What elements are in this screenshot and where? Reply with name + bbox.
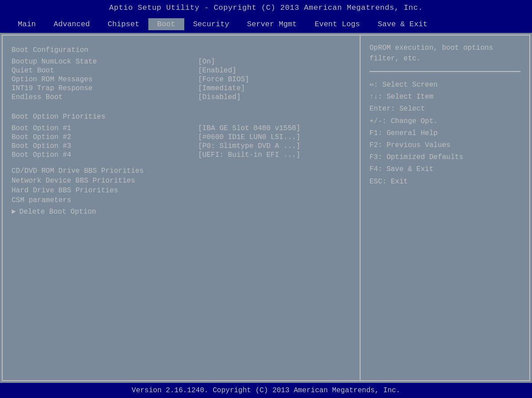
value-boot-option-1[interactable]: [IBA GE Slot 0400 v1550] — [198, 124, 300, 132]
menu-item-server-mgmt[interactable]: Server Mgmt — [238, 18, 306, 30]
footer-text: Version 2.16.1240. Copyright (C) 2013 Am… — [132, 386, 401, 394]
label-int19: INT19 Trap Response — [12, 84, 198, 92]
label-boot-option-3: Boot Option #3 — [12, 142, 198, 150]
label-quiet-boot: Quiet Boot — [12, 67, 198, 75]
help-text: OpROM execution, boot options filter, et… — [369, 43, 520, 64]
menu-item-main[interactable]: Main — [9, 18, 45, 30]
link-csm-params[interactable]: CSM parameters — [12, 196, 351, 204]
label-boot-option-2: Boot Option #2 — [12, 133, 198, 141]
row-boot-option-3: Boot Option #3 [P0: Slimtype DVD A ...] — [12, 142, 351, 150]
right-panel: OpROM execution, boot options filter, et… — [361, 36, 529, 380]
value-endless-boot[interactable]: [Disabled] — [198, 93, 241, 101]
label-endless-boot: Endless Boot — [12, 93, 198, 101]
link-hdd-bbs[interactable]: Hard Drive BBS Priorities — [12, 187, 351, 195]
key-f4-save: F4: Save & Exit — [369, 163, 520, 175]
footer-bar: Version 2.16.1240. Copyright (C) 2013 Am… — [0, 383, 532, 398]
delete-boot-option-row[interactable]: ► Delete Boot Option — [12, 208, 351, 216]
menu-item-save-exit[interactable]: Save & Exit — [369, 18, 437, 30]
delete-boot-option-label: Delete Boot Option — [20, 208, 96, 216]
row-quiet-boot: Quiet Boot [Enabled] — [12, 67, 351, 75]
value-boot-option-4[interactable]: [UEFI: Built-in EFI ...] — [198, 151, 300, 159]
key-bindings: ⇔: Select Screen ↑↓: Select Item Enter: … — [369, 79, 520, 188]
value-boot-option-3[interactable]: [P0: Slimtype DVD A ...] — [198, 142, 300, 150]
arrow-icon: ► — [12, 208, 16, 216]
row-numlock: Bootup NumLock State [On] — [12, 58, 351, 66]
key-enter-select: Enter: Select — [369, 103, 520, 115]
key-select-item: ↑↓: Select Item — [369, 91, 520, 103]
link-network-bbs[interactable]: Network Device BBS Priorities — [12, 177, 351, 185]
label-numlock: Bootup NumLock State — [12, 58, 198, 66]
link-cdvd-bbs[interactable]: CD/DVD ROM Drive BBS Priorities — [12, 167, 351, 175]
value-boot-option-2[interactable]: [#0600 ID1E LUN0 LSI...] — [198, 133, 300, 141]
value-quiet-boot[interactable]: [Enabled] — [198, 67, 236, 75]
value-option-rom[interactable]: [Force BIOS] — [198, 76, 249, 84]
menu-item-security[interactable]: Security — [184, 18, 238, 30]
value-int19[interactable]: [Immediate] — [198, 84, 245, 92]
key-change-opt: +/-: Change Opt. — [369, 115, 520, 127]
label-boot-option-4: Boot Option #4 — [12, 151, 198, 159]
key-select-screen: ⇔: Select Screen — [369, 79, 520, 91]
label-option-rom: Option ROM Messages — [12, 76, 198, 84]
row-boot-option-1: Boot Option #1 [IBA GE Slot 0400 v1550] — [12, 124, 351, 132]
bios-screen: Aptio Setup Utility - Copyright (C) 2013… — [0, 0, 532, 398]
boot-priority-header: Boot Option Priorities — [12, 113, 351, 121]
menu-bar: Main Advanced Chipset Boot Security Serv… — [0, 16, 532, 33]
row-boot-option-2: Boot Option #2 [#0600 ID1E LUN0 LSI...] — [12, 133, 351, 141]
menu-item-chipset[interactable]: Chipset — [99, 18, 148, 30]
row-boot-option-4: Boot Option #4 [UEFI: Built-in EFI ...] — [12, 151, 351, 159]
label-boot-option-1: Boot Option #1 — [12, 124, 198, 132]
row-int19: INT19 Trap Response [Immediate] — [12, 84, 351, 92]
title-bar: Aptio Setup Utility - Copyright (C) 2013… — [0, 0, 532, 16]
row-option-rom: Option ROM Messages [Force BIOS] — [12, 76, 351, 84]
content-area: Boot Configuration Bootup NumLock State … — [2, 35, 530, 381]
value-numlock[interactable]: [On] — [198, 58, 215, 66]
key-f1-help: F1: General Help — [369, 127, 520, 139]
key-f3-optimized: F3: Optimized Defaults — [369, 151, 520, 163]
row-endless-boot: Endless Boot [Disabled] — [12, 93, 351, 101]
menu-item-advanced[interactable]: Advanced — [45, 18, 99, 30]
menu-item-boot[interactable]: Boot — [148, 18, 184, 30]
menu-item-event-logs[interactable]: Event Logs — [306, 18, 369, 30]
key-esc-exit: ESC: Exit — [369, 176, 520, 188]
right-divider — [369, 71, 520, 72]
title-text: Aptio Setup Utility - Copyright (C) 2013… — [109, 4, 423, 12]
key-f2-prev: F2: Previous Values — [369, 139, 520, 151]
boot-config-header: Boot Configuration — [12, 46, 351, 54]
left-panel: Boot Configuration Bootup NumLock State … — [3, 36, 361, 380]
